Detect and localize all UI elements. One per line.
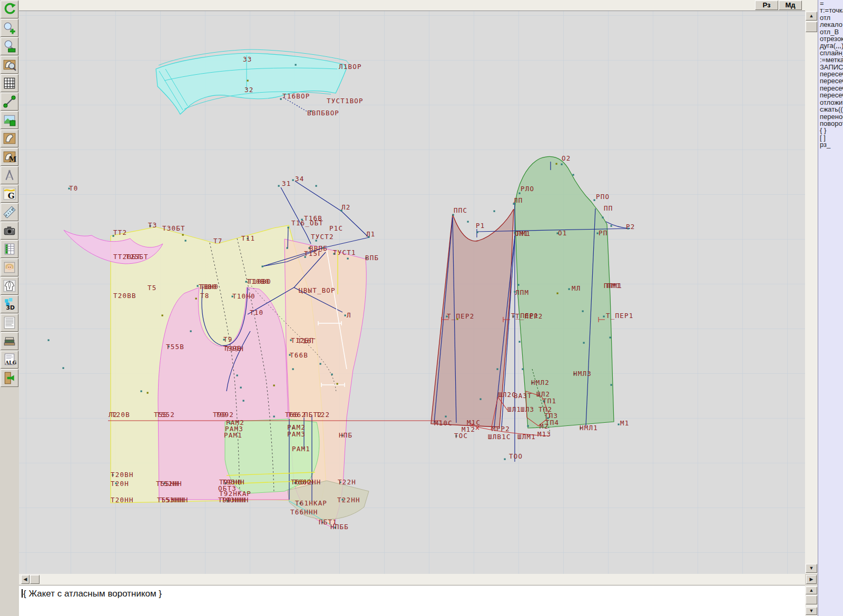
point-marker[interactable] xyxy=(527,425,529,427)
point-marker[interactable] xyxy=(583,342,585,344)
image-button[interactable] xyxy=(1,111,18,129)
point-label[interactable]: Т61НКАР xyxy=(295,499,327,507)
point-marker[interactable] xyxy=(445,416,447,418)
grid-button[interactable] xyxy=(1,74,18,92)
point-marker[interactable] xyxy=(278,185,280,187)
point-label[interactable]: Т16_ОБТ xyxy=(291,219,324,227)
point-label[interactable]: ППС xyxy=(454,206,467,214)
ruler-button[interactable]: 78 xyxy=(1,203,18,221)
jacket-button[interactable] xyxy=(1,277,18,295)
point-label[interactable]: РАМ3 xyxy=(287,430,306,438)
point-label[interactable]: Т16Г xyxy=(298,337,316,345)
point-label[interactable]: Т22НН xyxy=(337,496,360,504)
point-label[interactable]: Т22 xyxy=(316,411,330,419)
point-marker[interactable] xyxy=(556,163,557,165)
point-marker[interactable] xyxy=(522,369,524,370)
point-label[interactable]: ШЛВ1С xyxy=(488,433,511,441)
point-label[interactable]: Т52НН xyxy=(159,480,182,488)
point-marker[interactable] xyxy=(316,185,317,187)
point-label[interactable]: ТУСТ1 xyxy=(333,249,356,256)
point-label[interactable]: ШЛМ1 xyxy=(517,433,536,441)
command-line[interactable]: сплайн_ xyxy=(818,49,843,56)
point-marker[interactable] xyxy=(618,424,620,425)
point-marker[interactable] xyxy=(288,227,289,228)
point-label[interactable]: МРР2 xyxy=(492,425,510,433)
piece-m-button[interactable]: M xyxy=(1,148,18,166)
point-label[interactable]: Л1ВОР xyxy=(339,63,362,71)
point-label[interactable]: ЛП xyxy=(514,196,523,204)
command-line[interactable]: дуга(,,,) xyxy=(818,42,843,49)
point-label[interactable]: Т20Н xyxy=(111,480,129,488)
point-marker[interactable] xyxy=(331,374,333,375)
point-label[interactable]: З4 xyxy=(295,175,304,183)
point-label[interactable]: Т16ВОР xyxy=(282,92,310,100)
point-marker[interactable] xyxy=(287,247,288,249)
point-label[interactable]: З3 xyxy=(243,55,252,63)
point-label[interactable]: З1 xyxy=(282,180,291,187)
point-label[interactable]: РАМ1 xyxy=(292,445,310,453)
scroll-down-button[interactable]: ▼ xyxy=(806,564,817,573)
command-line[interactable]: перенос xyxy=(818,113,843,120)
point-label[interactable]: НМЛ3 xyxy=(573,370,592,377)
point-label[interactable]: НПБ xyxy=(339,431,352,439)
point-label[interactable]: МЛ xyxy=(572,284,581,292)
point-marker[interactable] xyxy=(561,164,563,165)
point-marker[interactable] xyxy=(320,363,321,365)
point-marker[interactable] xyxy=(147,392,149,394)
status-scroll-up-button[interactable]: ▲ xyxy=(806,587,817,594)
status-vscroll-thumb[interactable] xyxy=(806,595,817,604)
drawing-canvas[interactable]: З3З2Л1ВОРТ16ВОРТУСТ1ВОРВВПБВОРТ0ТТ2Т3Т30… xyxy=(19,11,805,574)
point-label[interactable]: О2 xyxy=(562,154,571,162)
undo-button[interactable] xyxy=(1,1,18,18)
point-marker[interactable] xyxy=(195,298,197,300)
point-label[interactable]: Т_ПЕР2 xyxy=(447,312,474,320)
hscroll-thumb[interactable] xyxy=(30,575,40,584)
point-marker[interactable] xyxy=(292,180,294,181)
g-measure-button[interactable]: G xyxy=(1,185,18,203)
command-line[interactable]: пересеч xyxy=(818,92,843,98)
command-line[interactable]: = xyxy=(818,0,843,7)
point-marker[interactable] xyxy=(603,316,605,317)
point-label[interactable]: ТТ2 xyxy=(113,228,127,236)
point-label[interactable]: РЛО xyxy=(521,185,534,193)
point-marker[interactable] xyxy=(345,315,346,316)
command-line[interactable]: сжать(() xyxy=(818,106,843,113)
point-label[interactable]: ПМ1 xyxy=(607,282,621,290)
rz-mode-button[interactable]: Рз xyxy=(755,1,778,10)
point-marker[interactable] xyxy=(48,340,50,341)
command-line[interactable]: поворот xyxy=(818,120,843,127)
point-label[interactable]: Т_ПЕР1 xyxy=(606,312,633,320)
point-label[interactable]: ВВПБВОР xyxy=(307,109,339,117)
point-marker[interactable] xyxy=(347,258,349,260)
point-label[interactable]: З2 xyxy=(244,86,253,94)
point-marker[interactable] xyxy=(582,311,584,312)
status-scroll-down-button[interactable]: ▼ xyxy=(806,607,817,615)
point-label[interactable]: Т552 xyxy=(156,411,175,419)
point-label[interactable]: Т15Г xyxy=(304,250,322,257)
point-label[interactable]: НМЛ1 xyxy=(580,424,598,432)
command-line[interactable]: пересеч xyxy=(818,85,843,92)
zoom-in-button[interactable] xyxy=(1,19,18,37)
point-label[interactable]: Т5 xyxy=(148,284,156,292)
point-label[interactable]: НПББ xyxy=(330,523,349,531)
books-button[interactable] xyxy=(1,332,18,350)
point-label[interactable]: М13 xyxy=(537,430,551,438)
point-marker[interactable] xyxy=(568,289,570,290)
point-marker[interactable] xyxy=(243,400,244,402)
view-piece-button[interactable] xyxy=(1,56,18,74)
point-label[interactable]: Т0 xyxy=(69,184,78,192)
scroll-right-button[interactable]: ▶ xyxy=(806,575,817,584)
point-marker[interactable] xyxy=(610,337,611,339)
status-text-area[interactable]: { Жакет с атласным воротником } xyxy=(19,585,805,616)
point-label[interactable]: Т992 xyxy=(215,411,234,419)
point-label[interactable]: Л2 xyxy=(341,203,350,211)
point-marker[interactable] xyxy=(494,211,495,212)
point-label[interactable]: ПМ1 xyxy=(517,230,531,237)
point-label[interactable]: Р2 xyxy=(626,223,635,231)
command-line[interactable]: пересеч xyxy=(818,71,843,77)
command-line[interactable]: отл_В xyxy=(818,28,843,35)
point-marker[interactable] xyxy=(185,240,187,242)
canvas-vscrollbar[interactable] xyxy=(805,11,818,574)
point-marker[interactable] xyxy=(518,284,519,286)
point-marker[interactable] xyxy=(141,391,142,392)
